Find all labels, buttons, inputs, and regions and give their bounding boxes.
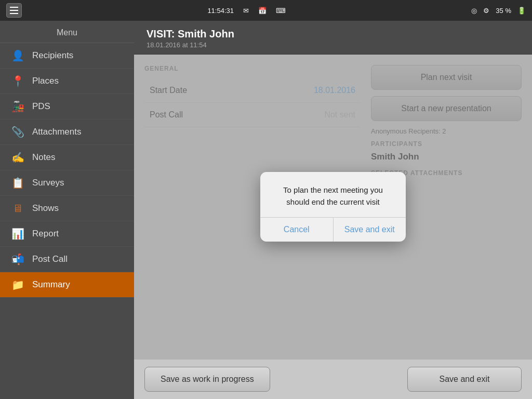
sidebar-label-shows: Shows [32, 203, 59, 214]
sidebar-label-attachments: Attachments [32, 127, 82, 137]
pds-icon [10, 99, 25, 114]
save-work-progress-button[interactable]: Save as work in progress [144, 367, 270, 392]
time-display: 11:54:31 [207, 7, 234, 15]
alert-dialog: To plan the next meeting you should end … [260, 172, 406, 242]
sidebar-title: Menu [0, 21, 134, 43]
content-area: VISIT: Smith John 18.01.2016 at 11:54 GE… [134, 21, 532, 399]
postcall-icon [10, 252, 25, 267]
sidebar-label-recipients: Recipients [32, 50, 73, 61]
sidebar-item-pds[interactable]: PDS [0, 94, 134, 119]
content-body: GENERAL Start Date 18.01.2016 Post Call … [134, 55, 532, 359]
sidebar-label-pds: PDS [32, 101, 50, 112]
page-subtitle: 18.01.2016 at 11:54 [147, 41, 520, 49]
status-bar: 11:54:31 ✉ 📅 ⌨ ◎ ⚙ 35 % 🔋 [0, 0, 532, 21]
sidebar-item-postcall[interactable]: Post Call [0, 247, 134, 272]
sidebar-label-places: Places [32, 76, 59, 86]
sidebar-label-surveys: Surveys [32, 178, 64, 188]
calendar-icon: 📅 [258, 7, 267, 15]
notes-icon [10, 150, 25, 165]
save-and-exit-button[interactable]: Save and exit [407, 367, 522, 392]
dialog-message: To plan the next meeting you should end … [260, 172, 406, 217]
sidebar-item-places[interactable]: Places [0, 69, 134, 94]
main-layout: Menu Recipients Places PDS Attachments N… [0, 21, 532, 399]
sidebar-label-notes: Notes [32, 152, 55, 163]
sidebar-item-summary[interactable]: Summary [0, 272, 134, 298]
sidebar-item-attachments[interactable]: Attachments [0, 119, 134, 145]
content-footer: Save as work in progress Save and exit [134, 359, 532, 399]
recipients-icon [10, 48, 25, 63]
battery-text: 35 % [496, 7, 511, 15]
places-icon [10, 74, 25, 88]
sidebar-label-summary: Summary [32, 280, 70, 290]
dialog-save-exit-button[interactable]: Save and exit [334, 218, 406, 242]
sidebar: Menu Recipients Places PDS Attachments N… [0, 21, 134, 399]
sidebar-label-postcall: Post Call [32, 254, 68, 264]
status-bar-right: ◎ ⚙ 35 % 🔋 [471, 7, 526, 15]
hamburger-button[interactable] [6, 3, 22, 18]
content-header: VISIT: Smith John 18.01.2016 at 11:54 [134, 21, 532, 55]
report-icon [10, 227, 25, 241]
sidebar-item-report[interactable]: Report [0, 221, 134, 247]
settings-icon: ⚙ [483, 7, 489, 15]
dialog-actions: Cancel Save and exit [260, 217, 406, 242]
sidebar-item-recipients[interactable]: Recipients [0, 43, 134, 69]
summary-icon [10, 277, 25, 292]
surveys-icon [10, 176, 25, 190]
dialog-overlay: To plan the next meeting you should end … [134, 55, 532, 359]
status-bar-center: 11:54:31 ✉ 📅 ⌨ [207, 7, 286, 15]
mail-icon: ✉ [243, 7, 249, 15]
dialog-cancel-button[interactable]: Cancel [260, 218, 334, 242]
shows-icon [10, 201, 25, 216]
page-title: VISIT: Smith John [147, 28, 520, 40]
sidebar-item-notes[interactable]: Notes [0, 145, 134, 170]
battery-icon: 🔋 [517, 7, 526, 15]
sidebar-item-shows[interactable]: Shows [0, 196, 134, 221]
status-bar-left [6, 3, 22, 18]
sidebar-item-surveys[interactable]: Surveys [0, 170, 134, 196]
signal-icon: ◎ [471, 7, 477, 15]
keyboard-icon: ⌨ [276, 7, 286, 15]
attachments-icon [10, 125, 25, 139]
sidebar-label-report: Report [32, 229, 59, 239]
